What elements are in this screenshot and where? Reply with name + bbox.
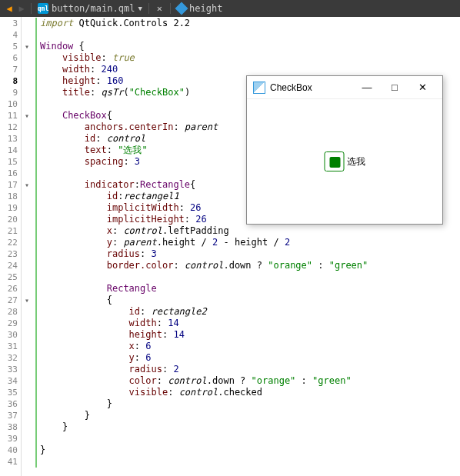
- code-line[interactable]: y: 6: [35, 352, 460, 364]
- code-line[interactable]: [35, 29, 460, 41]
- app-titlebar[interactable]: CheckBox — □ ✕: [247, 76, 442, 99]
- code-line[interactable]: x: control.leftPadding: [35, 225, 460, 237]
- line-number[interactable]: 36: [0, 398, 18, 410]
- line-number[interactable]: 22: [0, 237, 18, 248]
- separator: [170, 3, 171, 14]
- code-line[interactable]: Rectangle: [35, 283, 460, 295]
- nav-back-icon[interactable]: ◀: [3, 3, 15, 14]
- line-number[interactable]: 10: [0, 98, 18, 110]
- line-number[interactable]: 37: [0, 410, 18, 421]
- code-line[interactable]: color: control.down ? "orange" : "green": [35, 375, 460, 387]
- line-number[interactable]: 24: [0, 260, 18, 271]
- line-number[interactable]: 8: [0, 75, 18, 87]
- line-number[interactable]: 6: [0, 52, 18, 64]
- dropdown-icon[interactable]: ▼: [138, 5, 142, 12]
- code-line[interactable]: }: [35, 421, 460, 433]
- checkbox-control[interactable]: 选我: [325, 151, 365, 171]
- line-number[interactable]: 28: [0, 306, 18, 318]
- line-number[interactable]: 39: [0, 433, 18, 444]
- close-button[interactable]: ✕: [408, 82, 436, 93]
- code-line[interactable]: x: 6: [35, 341, 460, 352]
- fold-marker: [22, 191, 32, 202]
- fold-column[interactable]: ▾▾▾▾: [22, 17, 32, 476]
- fold-marker[interactable]: ▾: [22, 110, 32, 121]
- fold-marker: [22, 433, 32, 444]
- line-number[interactable]: 17: [0, 179, 18, 191]
- line-number[interactable]: 9: [0, 87, 18, 98]
- line-number[interactable]: 3: [0, 18, 18, 29]
- code-line[interactable]: border.color: control.down ? "orange" : …: [35, 260, 460, 271]
- line-number[interactable]: 11: [0, 110, 18, 121]
- window-icon: [253, 82, 265, 94]
- line-number[interactable]: 29: [0, 318, 18, 329]
- line-number[interactable]: 25: [0, 271, 18, 283]
- code-line[interactable]: [35, 271, 460, 283]
- line-number[interactable]: 7: [0, 64, 18, 75]
- checkbox-indicator[interactable]: [325, 151, 345, 171]
- fold-marker: [22, 364, 32, 375]
- member-selector[interactable]: height: [174, 3, 225, 14]
- code-line[interactable]: {: [35, 295, 460, 306]
- code-line[interactable]: }: [35, 410, 460, 421]
- fold-marker: [22, 214, 32, 225]
- line-number[interactable]: 30: [0, 329, 18, 341]
- fold-marker: [22, 98, 32, 110]
- minimize-button[interactable]: —: [353, 82, 381, 93]
- code-line[interactable]: height: 14: [35, 329, 460, 341]
- fold-marker: [22, 329, 32, 341]
- maximize-button[interactable]: □: [381, 82, 408, 93]
- fold-marker: [22, 318, 32, 329]
- fold-marker: [22, 306, 32, 318]
- fold-marker[interactable]: ▾: [22, 295, 32, 306]
- line-number[interactable]: 35: [0, 387, 18, 398]
- line-number[interactable]: 21: [0, 225, 18, 237]
- line-number[interactable]: 14: [0, 145, 18, 156]
- checkbox-label: 选我: [347, 155, 365, 168]
- member-name: height: [189, 3, 222, 14]
- line-number[interactable]: 19: [0, 202, 18, 214]
- line-number[interactable]: 13: [0, 133, 18, 145]
- code-line[interactable]: radius: 2: [35, 364, 460, 375]
- line-number[interactable]: 34: [0, 375, 18, 387]
- line-number-gutter[interactable]: 3456789101112131415161718192021222324252…: [0, 17, 22, 476]
- fold-marker[interactable]: ▾: [22, 41, 32, 52]
- line-number[interactable]: 31: [0, 341, 18, 352]
- nav-forward-icon[interactable]: ▶: [15, 3, 28, 14]
- checkbox-checked-fill: [330, 157, 341, 168]
- line-number[interactable]: 27: [0, 295, 18, 306]
- code-line[interactable]: visible: true: [35, 52, 460, 64]
- fold-marker: [22, 156, 32, 168]
- line-number[interactable]: 12: [0, 121, 18, 133]
- line-number[interactable]: 38: [0, 421, 18, 433]
- line-number[interactable]: 40: [0, 444, 18, 456]
- editor-toolbar: ◀ ▶ qml button/main.qml ▼ ✕ height: [0, 0, 460, 17]
- property-icon: [175, 2, 188, 15]
- code-line[interactable]: width: 240: [35, 64, 460, 75]
- line-number[interactable]: 20: [0, 214, 18, 225]
- code-line[interactable]: import QtQuick.Controls 2.2: [35, 18, 460, 29]
- fold-marker: [22, 283, 32, 295]
- close-tab-icon[interactable]: ✕: [157, 3, 162, 14]
- code-line[interactable]: y: parent.height / 2 - height / 2: [35, 237, 460, 248]
- code-line[interactable]: }: [35, 444, 460, 456]
- line-number[interactable]: 32: [0, 352, 18, 364]
- line-number[interactable]: 33: [0, 364, 18, 375]
- line-number[interactable]: 15: [0, 156, 18, 168]
- fold-marker[interactable]: ▾: [22, 179, 32, 191]
- code-line[interactable]: visible: control.checked: [35, 387, 460, 398]
- code-line[interactable]: [35, 456, 460, 468]
- code-line[interactable]: [35, 433, 460, 444]
- line-number[interactable]: 23: [0, 248, 18, 260]
- line-number[interactable]: 18: [0, 191, 18, 202]
- line-number[interactable]: 16: [0, 168, 18, 179]
- code-line[interactable]: width: 14: [35, 318, 460, 329]
- code-line[interactable]: Window {: [35, 41, 460, 52]
- line-number[interactable]: 41: [0, 456, 18, 468]
- code-line[interactable]: radius: 3: [35, 248, 460, 260]
- code-line[interactable]: }: [35, 398, 460, 410]
- line-number[interactable]: 5: [0, 41, 18, 52]
- file-tab[interactable]: qml button/main.qml ▼: [35, 3, 145, 14]
- line-number[interactable]: 26: [0, 283, 18, 295]
- line-number[interactable]: 4: [0, 29, 18, 41]
- code-line[interactable]: id: rectangle2: [35, 306, 460, 318]
